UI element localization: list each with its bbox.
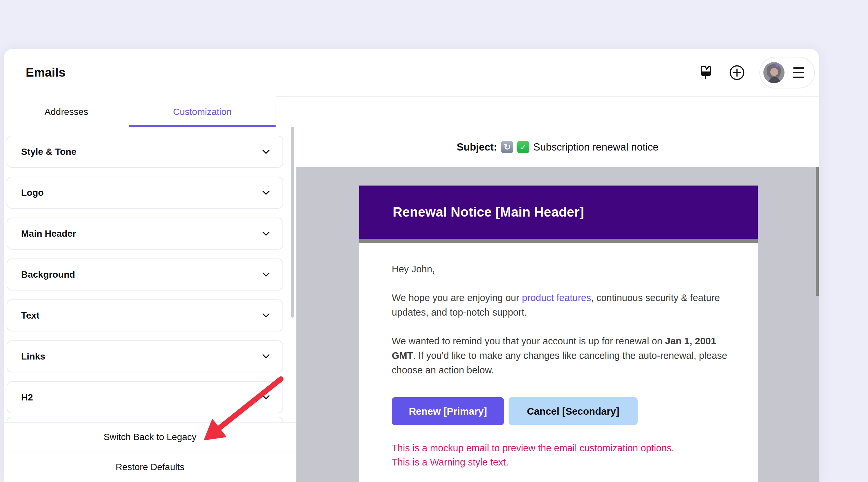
section-label: Style & Tone bbox=[21, 147, 76, 157]
add-icon[interactable] bbox=[727, 63, 747, 83]
p1-text: We hope you are enjoying our bbox=[392, 293, 522, 303]
email-main-header: Renewal Notice [Main Header] bbox=[359, 185, 758, 239]
menu-icon bbox=[793, 67, 804, 78]
chevron-down-icon bbox=[262, 190, 270, 195]
section-h2[interactable]: H2 bbox=[7, 381, 283, 413]
section-label: Background bbox=[21, 269, 75, 280]
product-features-link[interactable]: product features bbox=[522, 293, 591, 303]
ink-bottle-icon[interactable] bbox=[698, 63, 715, 82]
section-main-header[interactable]: Main Header bbox=[7, 217, 283, 249]
chevron-down-icon bbox=[262, 354, 270, 359]
renew-primary-button[interactable]: Renew [Primary] bbox=[392, 397, 504, 425]
section-style-tone[interactable]: Style & Tone bbox=[7, 136, 283, 168]
account-menu[interactable] bbox=[760, 57, 815, 88]
tab-bar: Addresses Customization bbox=[4, 96, 819, 127]
counterclockwise-arrows-emoji-icon: ↻ bbox=[501, 141, 513, 153]
section-label: H2 bbox=[21, 392, 33, 403]
cancel-secondary-button[interactable]: Cancel [Secondary] bbox=[508, 397, 638, 425]
tab-addresses[interactable]: Addresses bbox=[4, 96, 129, 127]
page-title: Emails bbox=[26, 49, 66, 96]
section-logo[interactable]: Logo bbox=[7, 177, 283, 209]
emails-settings-page: Emails bbox=[0, 0, 868, 482]
section-label: Main Header bbox=[21, 229, 76, 239]
email-subject-bar: Subject: ↻ ✓ Subscription renewal notice bbox=[297, 127, 819, 167]
ink-bottle-glyph bbox=[699, 65, 713, 80]
avatar bbox=[764, 62, 784, 83]
section-label: Logo bbox=[21, 187, 43, 198]
warning-line-2: This is a Warning style text. bbox=[392, 455, 732, 470]
chevron-down-icon bbox=[262, 395, 270, 400]
email-body: Hey John, We hope you are enjoying our p… bbox=[359, 243, 758, 470]
chevron-down-icon bbox=[262, 313, 270, 318]
plus-circle-glyph bbox=[729, 65, 745, 81]
email-paragraph-1: We hope you are enjoying our product fea… bbox=[392, 291, 732, 320]
chevron-down-icon bbox=[262, 150, 270, 154]
check-mark-emoji-icon: ✓ bbox=[517, 141, 529, 153]
app-header: Emails bbox=[4, 49, 819, 97]
tab-customization-label: Customization bbox=[173, 107, 231, 117]
restore-defaults-button[interactable]: Restore Defaults bbox=[4, 452, 296, 482]
email-greeting: Hey John, bbox=[392, 262, 732, 276]
section-background[interactable]: Background bbox=[7, 259, 283, 291]
chevron-down-icon bbox=[262, 272, 270, 277]
p2-text-after: . If you'd like to make any changes like… bbox=[392, 350, 727, 375]
section-links[interactable]: Links bbox=[7, 340, 283, 372]
section-label: Text bbox=[21, 310, 40, 321]
header-actions bbox=[698, 49, 815, 96]
subject-text: Subscription renewal notice bbox=[533, 141, 658, 153]
warning-line-1: This is a mockup email to preview the em… bbox=[392, 441, 732, 455]
section-label: Links bbox=[21, 351, 45, 362]
email-mockup: Renewal Notice [Main Header] Hey John, W… bbox=[359, 185, 758, 482]
p2-text: We wanted to remind you that your accoun… bbox=[392, 336, 665, 346]
email-header-title: Renewal Notice [Main Header] bbox=[393, 205, 584, 219]
email-header-strip bbox=[359, 239, 758, 243]
switch-back-to-legacy-button[interactable]: Switch Back to Legacy bbox=[4, 422, 296, 452]
section-next-clipped[interactable] bbox=[7, 417, 283, 422]
section-text[interactable]: Text bbox=[7, 299, 283, 331]
chevron-down-icon bbox=[262, 232, 270, 236]
email-warning-text: This is a mockup email to preview the em… bbox=[392, 441, 732, 470]
subject-label: Subject: bbox=[457, 141, 497, 153]
preview-scrollbar[interactable] bbox=[816, 167, 819, 296]
customization-sections-list: Style & Tone Logo Main Header Background… bbox=[4, 127, 296, 422]
email-action-buttons: Renew [Primary] Cancel [Secondary] bbox=[392, 397, 732, 425]
sidebar-scrollbar[interactable] bbox=[291, 127, 294, 318]
tab-customization[interactable]: Customization bbox=[129, 96, 276, 127]
email-paragraph-2: We wanted to remind you that your accoun… bbox=[392, 334, 732, 378]
